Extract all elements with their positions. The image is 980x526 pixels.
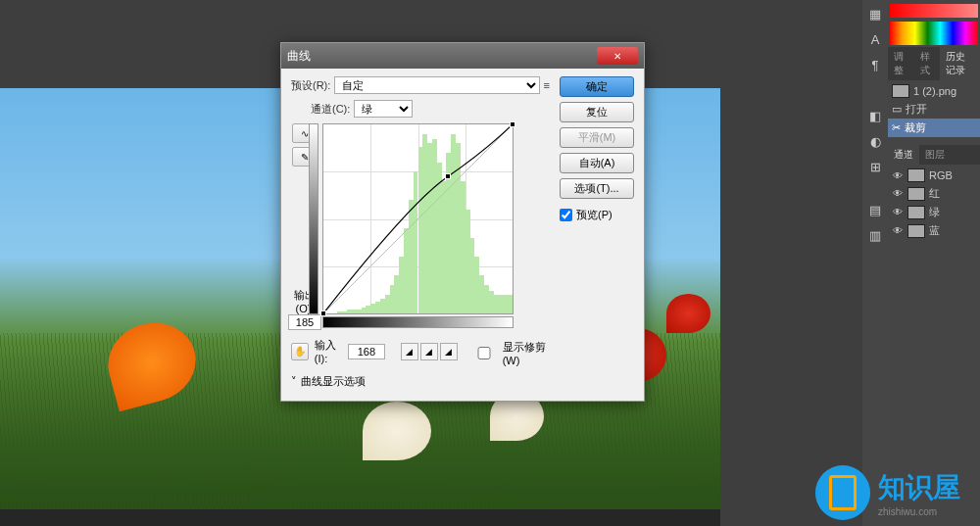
input-label: 输入(I): xyxy=(315,338,342,364)
open-icon: ▭ xyxy=(892,103,902,116)
crop-icon: ✂ xyxy=(892,121,901,134)
history-item[interactable]: 1 (2).png xyxy=(888,82,980,100)
black-point-eyedropper-icon[interactable]: ◢ xyxy=(401,343,418,360)
channel-item[interactable]: 👁蓝 xyxy=(888,221,980,240)
layers-icon[interactable]: ◧ xyxy=(865,106,885,125)
channel-item[interactable]: 👁RGB xyxy=(888,167,980,184)
history-item[interactable]: ▭ 打开 xyxy=(888,100,980,119)
history-list: 1 (2).png ▭ 打开 ✂ 裁剪 xyxy=(888,80,980,139)
curve-point-black[interactable] xyxy=(320,311,326,316)
svg-line-0 xyxy=(323,124,513,313)
channel-select[interactable]: 绿 xyxy=(354,100,413,118)
output-gradient xyxy=(309,123,318,314)
hand-tool-button[interactable]: ✋ xyxy=(291,343,309,360)
visibility-icon[interactable]: 👁 xyxy=(892,225,904,236)
ok-button[interactable]: 确定 xyxy=(560,76,634,97)
panel-icon[interactable]: ▥ xyxy=(865,225,885,245)
auto-button[interactable]: 自动(A) xyxy=(560,153,634,173)
output-field[interactable] xyxy=(288,314,321,330)
white-point-eyedropper-icon[interactable]: ◢ xyxy=(440,343,458,360)
text-icon[interactable]: A xyxy=(865,29,885,49)
tab-adjustments[interactable]: 调整 xyxy=(888,47,914,80)
channels-list: 👁RGB 👁红 👁绿 👁蓝 xyxy=(888,165,980,242)
channel-item[interactable]: 👁红 xyxy=(888,184,980,203)
preview-checkbox[interactable]: 预览(P) xyxy=(560,208,634,222)
visibility-icon[interactable]: 👁 xyxy=(892,207,904,217)
watermark-text: 知识屋 xyxy=(878,469,960,506)
tab-styles[interactable]: 样式 xyxy=(914,47,941,80)
options-button[interactable]: 选项(T)... xyxy=(560,178,634,199)
close-button[interactable]: ✕ xyxy=(597,47,638,65)
tab-history[interactable]: 历史记录 xyxy=(940,47,980,80)
watermark-sub: zhishiwu.com xyxy=(878,506,960,517)
color-spectrum[interactable] xyxy=(890,22,978,45)
chevron-down-icon: ˅ xyxy=(291,375,297,388)
color-slider[interactable] xyxy=(890,4,978,18)
history-item[interactable]: ✂ 裁剪 xyxy=(888,119,980,137)
input-gradient xyxy=(322,316,514,328)
smooth-button: 平滑(M) xyxy=(560,127,634,148)
preset-select[interactable]: 自定 xyxy=(334,76,539,94)
swatches-icon[interactable]: ▦ xyxy=(865,4,885,24)
watermark-icon xyxy=(815,465,870,520)
tab-paths[interactable]: 图层 xyxy=(919,145,951,165)
show-clipping-checkbox[interactable]: 显示修剪(W) xyxy=(469,340,550,366)
channel-item[interactable]: 👁绿 xyxy=(888,203,980,221)
paragraph-icon[interactable]: ¶ xyxy=(865,55,885,74)
visibility-icon[interactable]: 👁 xyxy=(892,188,904,199)
gray-point-eyedropper-icon[interactable]: ◢ xyxy=(420,343,438,360)
curve-grid[interactable] xyxy=(322,123,514,314)
dialog-title: 曲线 xyxy=(287,48,597,65)
tab-channels[interactable]: 通道 xyxy=(888,145,919,165)
adjustments-icon[interactable]: ◐ xyxy=(865,131,885,151)
curves-dialog: 曲线 ✕ 预设(R): 自定 ≡ 通道(C): 绿 ∿ ✎ xyxy=(280,42,645,402)
watermark: 知识屋 zhishiwu.com xyxy=(815,465,960,520)
preset-label: 预设(R): xyxy=(291,78,330,93)
dialog-titlebar[interactable]: 曲线 ✕ xyxy=(281,43,644,69)
input-field[interactable] xyxy=(348,344,385,359)
visibility-icon[interactable]: 👁 xyxy=(892,170,904,181)
right-panels: ▦ A ¶ ◧ ◐ ⊞ ▤ ▥ 调整 样式 历史记录 1 (2).png ▭ 打… xyxy=(862,0,980,526)
image-flower xyxy=(666,294,710,333)
image-thumb-icon xyxy=(892,84,909,98)
collapsed-panel-strip: ▦ A ¶ ◧ ◐ ⊞ ▤ ▥ xyxy=(862,0,888,526)
panel-icon[interactable]: ▤ xyxy=(865,200,885,219)
preset-menu-icon[interactable]: ≡ xyxy=(544,79,550,91)
reset-button[interactable]: 复位 xyxy=(560,102,634,122)
curve-display-options-toggle[interactable]: ˅ 曲线显示选项 xyxy=(291,374,550,389)
channel-label: 通道(C): xyxy=(311,102,350,117)
properties-icon[interactable]: ⊞ xyxy=(865,157,885,176)
curve-point[interactable] xyxy=(445,173,451,179)
image-flower xyxy=(363,402,431,460)
curve-point-white[interactable] xyxy=(510,121,515,127)
curve-line xyxy=(323,124,513,313)
